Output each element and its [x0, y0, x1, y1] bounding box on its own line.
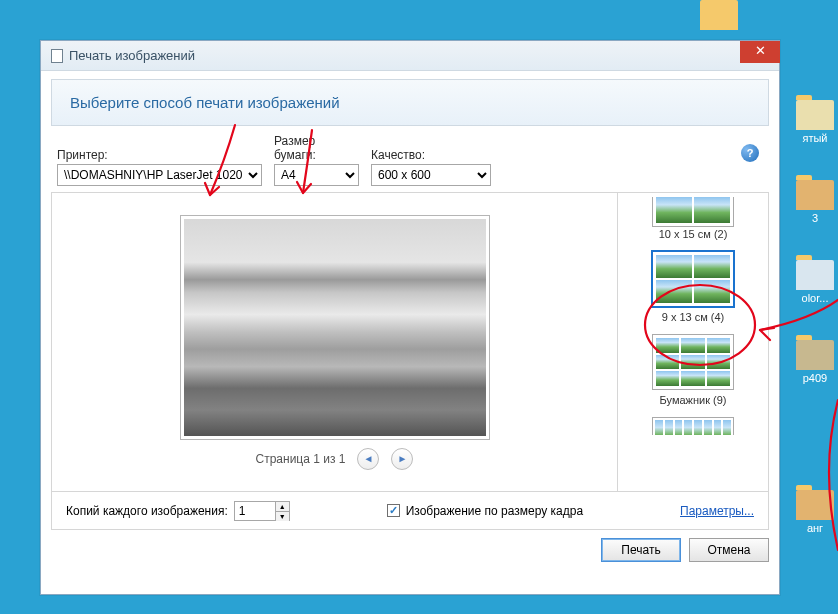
- desktop-icon[interactable]: ятый: [790, 100, 838, 144]
- titlebar[interactable]: Печать изображений: [41, 41, 779, 71]
- copies-down[interactable]: ▼: [276, 512, 289, 521]
- quality-select[interactable]: 600 x 600: [371, 164, 491, 186]
- layout-label: 10 x 15 см (2): [659, 228, 728, 240]
- window-title: Печать изображений: [69, 48, 195, 63]
- desktop-icon-label: ятый: [790, 132, 838, 144]
- page-indicator: Страница 1 из 1: [256, 452, 346, 466]
- window-icon: [51, 49, 63, 63]
- layout-option-contact[interactable]: [652, 417, 734, 435]
- desktop-icon[interactable]: анг: [790, 490, 838, 534]
- layout-option-wallet[interactable]: Бумажник (9): [652, 334, 734, 407]
- preview-frame: [180, 215, 490, 440]
- preview-image: [184, 219, 486, 436]
- cancel-button[interactable]: Отмена: [689, 538, 769, 562]
- print-pictures-dialog: ✕ Печать изображений Выберите способ печ…: [40, 40, 780, 595]
- desktop-icon-label: olor...: [790, 292, 838, 304]
- close-button[interactable]: ✕: [740, 41, 780, 63]
- desktop-icon-label: p409: [790, 372, 838, 384]
- paper-size-label: Размер бумаги:: [274, 134, 359, 162]
- layouts-pane[interactable]: 10 x 15 см (2) 9 x 13 см (4) Бумажник (9…: [618, 193, 768, 491]
- copies-label: Копий каждого изображения:: [66, 504, 228, 518]
- layout-label: 9 x 13 см (4): [662, 311, 725, 323]
- copies-input[interactable]: [235, 502, 275, 520]
- desktop-icon[interactable]: olor...: [790, 260, 838, 304]
- printer-select[interactable]: \\DOMASHNIY\HP LaserJet 1020: [57, 164, 262, 186]
- desktop-icon-label: 3: [790, 212, 838, 224]
- desktop-folder-icon[interactable]: [694, 0, 744, 32]
- layout-label: Бумажник (9): [660, 394, 727, 406]
- prev-page-button[interactable]: ◄: [357, 448, 379, 470]
- options-link[interactable]: Параметры...: [680, 504, 754, 518]
- preview-pane: Страница 1 из 1 ◄ ►: [52, 193, 618, 491]
- fit-checkbox[interactable]: ✓: [387, 504, 400, 517]
- layout-option-10x15[interactable]: 10 x 15 см (2): [652, 197, 734, 241]
- print-button[interactable]: Печать: [601, 538, 681, 562]
- quality-label: Качество:: [371, 148, 491, 162]
- desktop-icon[interactable]: 3: [790, 180, 838, 224]
- fit-label: Изображение по размеру кадра: [406, 504, 583, 518]
- next-page-button[interactable]: ►: [391, 448, 413, 470]
- copies-spinner[interactable]: ▲ ▼: [234, 501, 290, 521]
- printer-label: Принтер:: [57, 148, 262, 162]
- instruction-banner: Выберите способ печати изображений: [51, 79, 769, 126]
- copies-up[interactable]: ▲: [276, 502, 289, 512]
- desktop-icon-label: анг: [790, 522, 838, 534]
- paper-size-select[interactable]: A4: [274, 164, 359, 186]
- desktop-icon[interactable]: p409: [790, 340, 838, 384]
- layout-option-9x13[interactable]: 9 x 13 см (4): [652, 251, 734, 324]
- help-icon[interactable]: ?: [741, 144, 759, 162]
